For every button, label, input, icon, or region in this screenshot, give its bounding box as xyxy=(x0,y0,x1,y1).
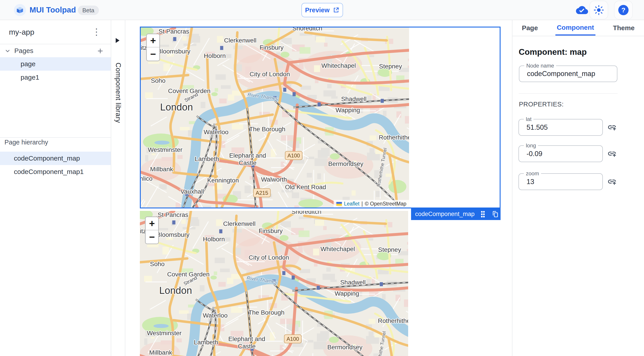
toolpad-logo-icon xyxy=(14,4,26,16)
node-name-value: codeComponent_map xyxy=(527,66,615,82)
map-place-label: Clerkenwell xyxy=(224,37,256,44)
chevron-down-icon[interactable] xyxy=(4,48,11,54)
map-place-label: Whitechapel xyxy=(320,246,355,253)
map-place-label: Soho xyxy=(150,261,164,268)
map-place-label: Shoreditch xyxy=(292,27,322,32)
app-title: MUI Toolpad xyxy=(30,0,76,20)
duplicate-icon[interactable] xyxy=(492,210,499,218)
bind-property-icon[interactable] xyxy=(607,123,617,132)
long-value: -0.09 xyxy=(526,146,600,162)
map-place-label: The Borough xyxy=(248,309,285,316)
map-place-label: Lambeth xyxy=(194,339,218,346)
zoom-out-button[interactable]: − xyxy=(147,47,159,61)
sidebar-item-page1[interactable]: page1 xyxy=(0,71,111,84)
map-place-label: Covent Garden xyxy=(167,271,210,278)
lat-input[interactable]: lat 51.505 xyxy=(518,119,603,136)
map-place-label: Vauxhall xyxy=(180,188,204,195)
properties-title: PROPERTIES: xyxy=(519,101,564,108)
app-name-row: my-app ⋮ xyxy=(0,20,111,44)
map-place-label: Westminster xyxy=(147,330,182,337)
inspector-tabs: Page Component Theme xyxy=(512,20,644,36)
ukraine-flag-icon xyxy=(336,202,342,206)
zoom-in-button[interactable]: + xyxy=(146,217,158,230)
pages-section-header: Pages xyxy=(0,44,111,57)
map-place-label: Shadwell xyxy=(340,279,366,286)
map-place-label: Waterloo xyxy=(203,312,228,319)
map-place-label: London xyxy=(160,101,193,112)
hierarchy-item-codeComponent_map1[interactable]: codeComponent_map1 xyxy=(0,165,111,178)
map-place-label: mlico xyxy=(141,175,152,182)
add-page-icon[interactable] xyxy=(97,47,104,54)
bind-property-icon[interactable] xyxy=(607,149,617,158)
map-place-label: Elephant and xyxy=(228,336,265,342)
map-place-label: Holborn xyxy=(203,236,225,243)
app-menu-kebab-icon[interactable]: ⋮ xyxy=(92,27,101,37)
zoom-in-button[interactable]: + xyxy=(147,34,159,47)
map-tiles[interactable]: A100A215River ThamesRotherhithe TunnelSt… xyxy=(141,27,409,208)
bind-property-icon[interactable] xyxy=(607,177,617,186)
map-component-selected[interactable]: A100A215River ThamesRotherhithe TunnelSt… xyxy=(140,27,500,208)
map-place-label: Bermondsey xyxy=(328,160,364,167)
question-mark-icon: ? xyxy=(618,5,628,15)
long-input[interactable]: long -0.09 xyxy=(518,145,603,162)
cloud-synced-icon xyxy=(576,4,588,16)
map-place-label: City of London xyxy=(250,71,290,78)
pages-section-label: Pages xyxy=(14,44,33,57)
road-ref-badge: A100 xyxy=(286,336,299,342)
component-library-strip: Component library xyxy=(111,20,125,356)
theme-toggle-button[interactable] xyxy=(590,1,608,19)
map-place-label: Kennington xyxy=(207,177,239,184)
tab-page[interactable]: Page xyxy=(520,21,539,35)
app-header: MUI Toolpad Beta Preview ? xyxy=(0,0,644,20)
map-place-label: Clerkenwell xyxy=(223,220,256,227)
map-place-label: London xyxy=(159,285,192,296)
preview-button[interactable]: Preview xyxy=(302,3,343,17)
sidebar-item-page[interactable]: page xyxy=(0,57,111,71)
map-component-2[interactable]: A100A215River ThamesRotherhithe TunnelSt… xyxy=(140,211,410,356)
map-place-label: Millbank xyxy=(149,349,172,356)
expand-library-icon[interactable] xyxy=(116,38,120,43)
tab-component[interactable]: Component xyxy=(556,20,596,35)
map-place-label: Whitechapel xyxy=(321,62,356,69)
hierarchy-item-codeComponent_map[interactable]: codeComponent_map xyxy=(0,152,111,165)
explorer-sidebar: my-app ⋮ Pages page page1 Page hierarchy… xyxy=(0,20,111,356)
map-place-label: Elephant and xyxy=(229,152,266,159)
node-name-input[interactable]: Node name codeComponent_map xyxy=(519,65,617,82)
drag-handle-icon[interactable] xyxy=(480,210,486,218)
selected-node-label: codeComponent_map xyxy=(415,211,474,218)
map-place-label: Stepney xyxy=(378,246,401,253)
zoom-out-button[interactable]: − xyxy=(146,230,158,244)
map-place-label: Wapping xyxy=(336,107,360,114)
map-place-label: Soho xyxy=(151,77,165,84)
preview-button-label: Preview xyxy=(305,6,330,14)
selection-toolbar: codeComponent_map xyxy=(411,208,500,220)
map-place-label: Rotherhithe xyxy=(379,134,409,141)
map-place-label: City of London xyxy=(248,254,289,261)
map-place-label: Bloomsbury xyxy=(156,231,190,238)
openstreetmap-render: A100A215River ThamesRotherhithe TunnelSt… xyxy=(141,27,409,208)
map-place-label: Westminster xyxy=(148,146,182,153)
map-tiles[interactable]: A100A215River ThamesRotherhithe TunnelSt… xyxy=(140,211,408,356)
page-canvas[interactable]: A100A215River ThamesRotherhithe TunnelSt… xyxy=(125,20,512,356)
map-place-label: Millbank xyxy=(150,166,173,173)
map-attribution: Leaflet | © OpenStreetMap xyxy=(334,200,409,208)
hierarchy-item-label: codeComponent_map1 xyxy=(14,165,84,178)
road-ref-badge: A215 xyxy=(256,190,268,196)
delete-icon[interactable] xyxy=(504,210,511,218)
leaflet-link[interactable]: Leaflet xyxy=(344,201,359,207)
component-library-label: Component library xyxy=(114,63,122,123)
map-place-label: Holborn xyxy=(204,52,226,59)
sidebar-item-label: page xyxy=(20,57,36,71)
map-place-label: Castle xyxy=(238,343,256,350)
map-place-label: The Borough xyxy=(249,126,286,133)
map-place-label: St Pancras xyxy=(158,211,188,218)
openstreetmap-credit[interactable]: © OpenStreetMap xyxy=(365,201,406,207)
tab-theme[interactable]: Theme xyxy=(612,21,636,35)
zoom-input[interactable]: zoom 13 xyxy=(518,173,603,190)
page-hierarchy-title: Page hierarchy xyxy=(4,139,48,146)
openstreetmap-render: A100A215River ThamesRotherhithe TunnelSt… xyxy=(140,211,408,356)
external-link-icon xyxy=(333,7,340,13)
map-place-label: Shoreditch xyxy=(292,211,322,215)
map-place-label: Walworth xyxy=(261,176,287,183)
help-button[interactable]: ? xyxy=(614,1,633,19)
